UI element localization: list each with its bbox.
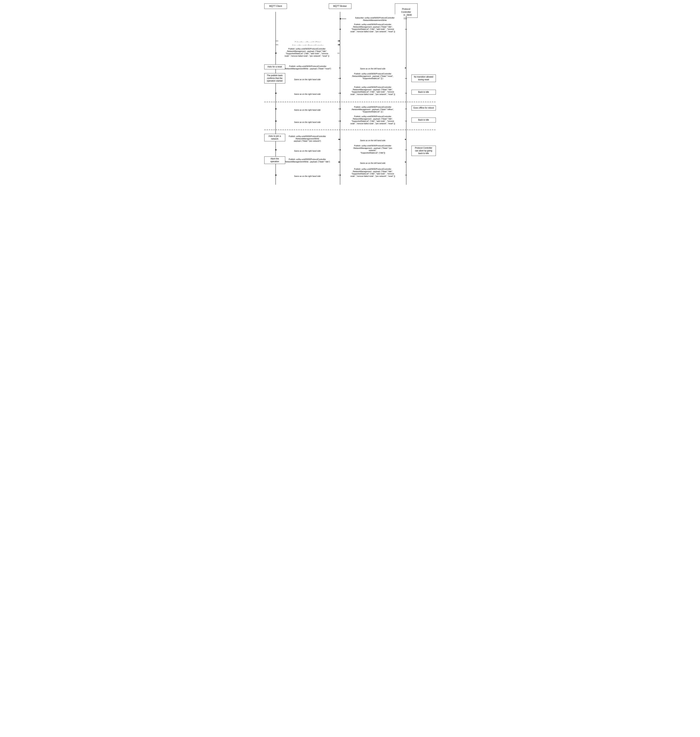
side-box-asks-reset: Asks for a reset [264, 65, 285, 69]
side-box-protocol-can-abort: Protocol Controller can abort by going b… [412, 146, 436, 156]
msg-publish-reset-write: Publish: ucl/by-unid/5830/ProtocolContro… [276, 63, 339, 70]
msg-same-left-2: Same as on the left hand side [341, 137, 405, 142]
svg-marker-38 [405, 139, 406, 140]
side-box-abort: Abort the operation [264, 156, 285, 164]
msg-same-right-3: Same as on the right hand side [276, 106, 338, 111]
svg-marker-10 [339, 44, 340, 46]
msg-publish-idle-write: Publish: ucl/by-unid/5830/ProtocolContro… [276, 156, 338, 163]
msg-same-right-1: Same as on the right hand side [276, 76, 338, 81]
svg-marker-36 [339, 139, 340, 140]
side-box-asks-join: Asks to join a network [264, 134, 285, 141]
side-box-publish-back: The publish back confirms that the opera… [264, 73, 285, 84]
msg-same-right-6: Same as on the right hand side [276, 172, 338, 178]
msg-publish-idle-3: Publish: ucl/by-unid/5830/ProtocolContro… [341, 84, 405, 96]
msg-publish-idle-4: Publish: ucl/by-unid/5830/ProtocolContro… [341, 113, 405, 125]
side-box-goes-offline: Goes offline for reboot [412, 106, 436, 111]
msg-publish-offline: Publish: ucl/by-unid/5830/ProtocolContro… [341, 103, 405, 113]
msg-publish-join-write: Publish: ucl/by-unid/5830/ProtocolContro… [276, 133, 338, 142]
side-box-back-idle-2: Back to idle [412, 118, 436, 122]
msg-publish-idle-1: Publish: ucl/by-unid/5830/ProtocolContro… [341, 21, 405, 33]
msg-same-right-5: Same as on the right hand side [276, 147, 338, 152]
msg-publish-join-state: Publish: ucl/by-unid/5830/ProtocolContro… [341, 142, 405, 154]
msg-subscribe-write: Subscribe: ucl/by-unid/5830/ProtocolCont… [346, 14, 404, 21]
side-box-back-idle-1: Back to idle [412, 90, 436, 94]
svg-marker-8 [339, 40, 340, 42]
msg-publish-reset-state: Publish: ucl/by-unid/5830/ProtocolContro… [341, 70, 405, 80]
side-box-no-transition: No transition allowed during reset [412, 75, 436, 82]
msg-publish-idle-2: Publish: ucl/by-unid/5830/ProtocolContro… [276, 45, 337, 57]
msg-same-right-4: Same as on the right hand side [276, 119, 338, 124]
svg-marker-16 [405, 67, 406, 69]
svg-marker-44 [339, 161, 340, 163]
msg-same-left-3: Same as on the left hand side [341, 159, 405, 165]
msg-publish-idle-5: Publish: ucl/by-unid/5830/ProtocolContro… [341, 165, 405, 178]
msg-same-left-1: Same as on the left hand side [341, 65, 405, 70]
sequence-diagram: MQTT Client MQTT Broker Protocol Control… [263, 0, 438, 185]
msg-same-right-2: Same as on the right hand side [276, 91, 338, 96]
svg-marker-46 [405, 161, 406, 163]
